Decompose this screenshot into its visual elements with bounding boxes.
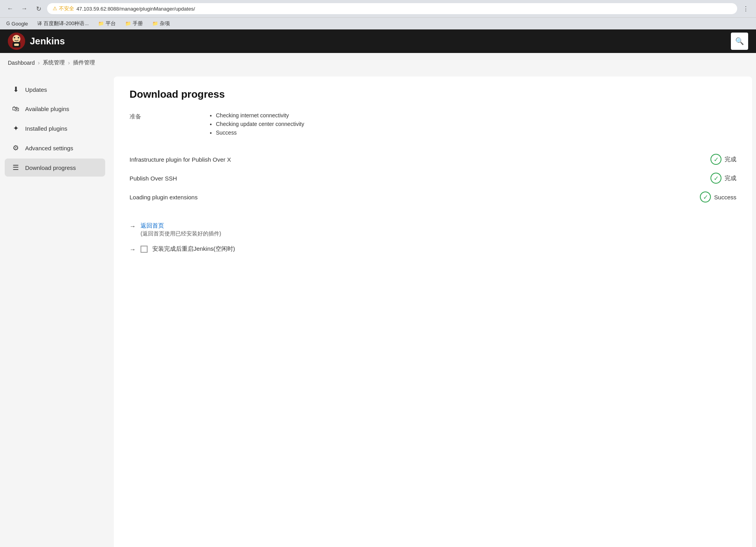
plugin-status-2: ✓ 完成 [710,173,736,184]
plugin-name-1: Infrastructure plugin for Publish Over X [130,156,710,163]
return-action-row: → 返回首页 (返回首页使用已经安装好的插件) [130,222,736,237]
svg-point-1 [13,35,20,43]
sidebar-installed-label: Installed plugins [25,125,68,132]
sidebar-advanced-label: Advanced settings [25,145,73,151]
prep-check-2: Checking update center connectivity [216,121,304,127]
bookmark-misc[interactable]: 📁 杂项 [151,19,172,28]
restart-label: 安装完成后重启Jenkins(空闲时) [152,245,235,253]
status-text-3: Success [714,194,736,201]
table-row: Loading plugin extensions ✓ Success [130,188,736,206]
updates-icon: ⬇ [11,85,20,94]
status-text-2: 完成 [725,175,736,182]
main-content: Download progress 准备 Checking internet c… [114,77,752,547]
sidebar-item-advanced-settings[interactable]: ⚙ Advanced settings [5,139,105,157]
status-text-1: 完成 [725,156,736,163]
jenkins-logo: Jenkins [8,33,65,50]
check-icon-2: ✓ [710,173,721,184]
breadcrumb-system[interactable]: 系统管理 [43,59,65,66]
plugin-name-3: Loading plugin extensions [130,194,700,201]
preparation-section: 准备 Checking internet connectivity Checki… [130,112,736,138]
return-arrow-icon: → [130,223,136,230]
back-button[interactable]: ← [5,3,16,14]
page-title: Download progress [130,88,736,100]
browser-chrome: ← → ↻ ⚠ 不安全 47.103.59.62:8088/manage/plu… [0,0,756,29]
more-button[interactable]: ⋮ [740,3,751,14]
bookmark-platform[interactable]: 📁 平台 [97,19,117,28]
bookmark-manual[interactable]: 📁 手册 [124,19,144,28]
download-progress-icon: ☰ [11,163,20,172]
sidebar-item-installed-plugins[interactable]: ✦ Installed plugins [5,119,105,137]
address-url: 47.103.59.62:8088/manage/pluginManager/u… [77,6,195,12]
check-icon-1: ✓ [710,154,721,165]
return-action-text: 返回首页 (返回首页使用已经安装好的插件) [141,222,221,237]
sidebar-item-available-plugins[interactable]: 🛍 Available plugins [5,100,105,118]
prep-label: 准备 [130,112,208,138]
prep-check-3: Success [216,129,304,136]
check-icon-3: ✓ [700,191,711,202]
sidebar-item-updates[interactable]: ⬇ Updates [5,80,105,98]
advanced-settings-icon: ⚙ [11,144,20,152]
forward-button[interactable]: → [19,3,30,14]
reload-button[interactable]: ↻ [33,3,44,14]
restart-row: 安装完成后重启Jenkins(空闲时) [141,245,235,253]
plugin-rows: Infrastructure plugin for Publish Over X… [130,150,736,206]
address-bar[interactable]: ⚠ 不安全 47.103.59.62:8088/manage/pluginMan… [47,3,737,14]
breadcrumb: Dashboard › 系统管理 › 插件管理 [0,53,756,73]
breadcrumb-sep-2: › [68,60,70,66]
table-row: Infrastructure plugin for Publish Over X… [130,150,736,169]
breadcrumb-dashboard[interactable]: Dashboard [8,60,35,66]
restart-action-row: → 安装完成后重启Jenkins(空闲时) [130,245,736,253]
restart-arrow-icon: → [130,246,136,253]
security-warning: ⚠ 不安全 [53,5,74,12]
sidebar-updates-label: Updates [25,86,47,93]
return-sub-text: (返回首页使用已经安装好的插件) [141,230,221,237]
prep-check-1: Checking internet connectivity [216,112,304,119]
svg-point-3 [18,37,19,38]
breadcrumb-plugin[interactable]: 插件管理 [73,59,95,66]
jenkins-title: Jenkins [30,36,65,47]
installed-plugins-icon: ✦ [11,124,20,133]
bookmarks-bar: G Google 译 百度翻译-200种语... 📁 平台 📁 手册 📁 杂项 [0,17,756,29]
bookmark-baidu[interactable]: 译 百度翻译-200种语... [36,19,90,28]
plugin-status-1: ✓ 完成 [710,154,736,165]
return-home-link[interactable]: 返回首页 [141,222,221,230]
sidebar-available-label: Available plugins [25,106,69,112]
sidebar: ⬇ Updates 🛍 Available plugins ✦ Installe… [0,73,110,547]
jenkins-header: Jenkins 🔍 [0,29,756,53]
sidebar-download-label: Download progress [25,164,76,171]
svg-point-2 [14,37,15,38]
plugin-status-3: ✓ Success [700,191,736,202]
search-button[interactable]: 🔍 [731,33,748,50]
available-plugins-icon: 🛍 [11,105,20,113]
prep-list: Checking internet connectivity Checking … [208,112,304,138]
bookmark-google[interactable]: G Google [5,20,29,27]
address-bar-row: ← → ↻ ⚠ 不安全 47.103.59.62:8088/manage/plu… [0,0,756,17]
sidebar-item-download-progress[interactable]: ☰ Download progress [5,159,105,177]
svg-rect-5 [14,44,19,46]
plugin-name-2: Publish Over SSH [130,175,710,182]
jenkins-avatar [8,33,25,50]
restart-checkbox[interactable] [141,246,148,253]
breadcrumb-sep-1: › [38,60,40,66]
main-layout: ⬇ Updates 🛍 Available plugins ✦ Installe… [0,73,756,547]
actions-section: → 返回首页 (返回首页使用已经安装好的插件) → 安装完成后重启Jenkins… [130,222,736,253]
table-row: Publish Over SSH ✓ 完成 [130,169,736,188]
